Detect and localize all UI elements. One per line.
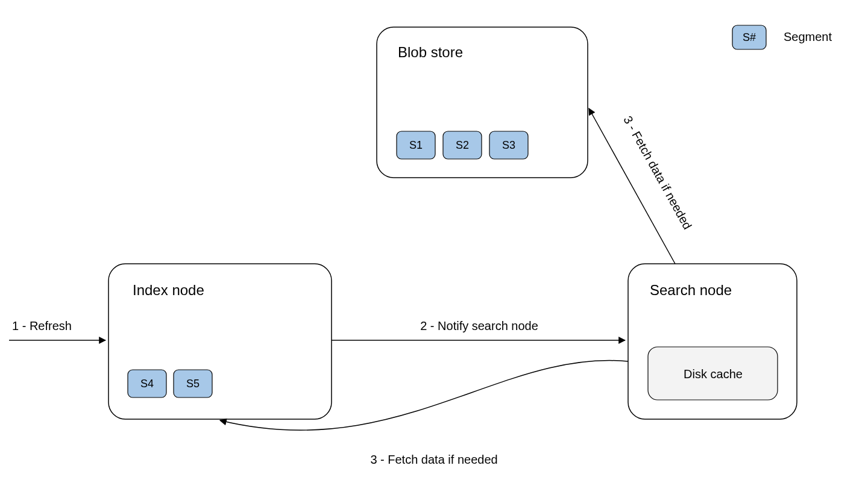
segment-s4-label: S4 xyxy=(140,378,154,390)
edge-refresh: 1 - Refresh xyxy=(9,319,105,340)
edge-fetch-index-label: 3 - Fetch data if needed xyxy=(370,453,497,466)
search-node-title: Search node xyxy=(650,282,732,298)
edge-notify: 2 - Notify search node xyxy=(332,319,625,340)
blob-store-title: Blob store xyxy=(398,44,463,60)
legend-swatch-label: S# xyxy=(743,31,756,43)
index-node: Index node S4 S5 xyxy=(108,264,332,419)
segment-s2-label: S2 xyxy=(456,139,469,151)
search-node: Search node Disk cache xyxy=(628,264,797,419)
segment-s5-label: S5 xyxy=(186,378,200,390)
edge-fetch-blob: 3 - Fetch data if needed xyxy=(589,108,694,264)
edge-refresh-label: 1 - Refresh xyxy=(12,319,72,332)
edge-notify-label: 2 - Notify search node xyxy=(420,319,538,332)
legend: S# Segment xyxy=(732,25,832,49)
index-node-title: Index node xyxy=(133,282,204,298)
segment-s3-label: S3 xyxy=(502,139,515,151)
blob-store-node: Blob store S1 S2 S3 xyxy=(377,27,588,178)
legend-description: Segment xyxy=(784,30,832,43)
edge-fetch-blob-label: 3 - Fetch data if needed xyxy=(621,114,694,231)
disk-cache-label: Disk cache xyxy=(684,367,743,381)
blob-store-segments: S1 S2 S3 xyxy=(397,131,528,159)
segment-s1-label: S1 xyxy=(409,139,423,151)
